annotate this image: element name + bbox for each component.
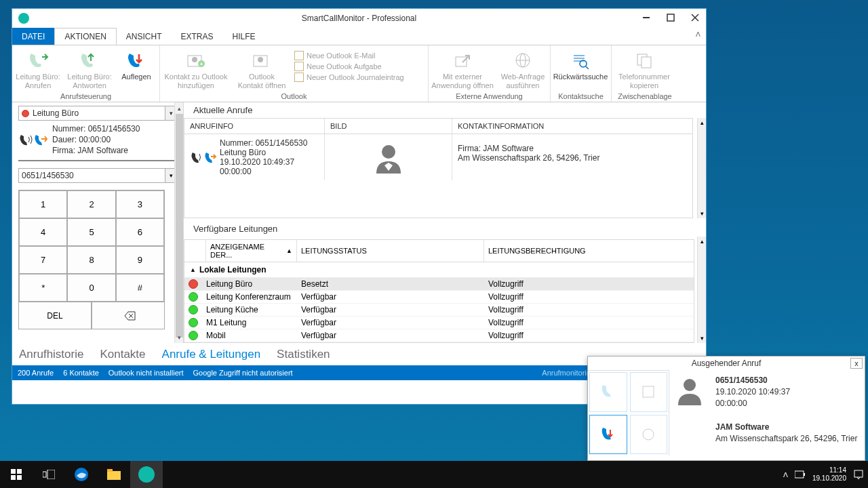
close-button[interactable] [687,10,703,25]
call-button[interactable]: Leitung Büro: Anrufen [12,48,64,90]
keypad-1[interactable]: 1 [19,190,67,218]
line-permission: Vollzugriff [484,305,694,314]
copy-phone-button[interactable]: Telefonnummer kopieren [612,48,677,90]
svg-rect-10 [456,57,467,66]
popup-action-grid [588,370,669,455]
scroll-thumb[interactable] [176,114,183,338]
calls-scrollbar[interactable]: ▴ ▾ [697,118,706,218]
popup-action-2[interactable] [630,372,668,412]
keypad-backspace[interactable] [92,302,165,329]
available-lines-title: Verfügbare Leitungen [184,218,706,237]
web-request-button[interactable]: Web-Anfrage ausführen [496,48,549,90]
tab-ansicht[interactable]: ANSICHT [117,28,172,45]
popup-action-1[interactable] [589,372,627,412]
add-outlook-contact-button[interactable]: + Kontakt zu Outlook hinzufügen [160,48,232,90]
keypad-4[interactable]: 4 [19,218,67,246]
lines-group-header[interactable]: ▲ Lokale Leitungen [184,262,694,278]
svg-rect-32 [47,470,55,479]
new-outlook-journal-button[interactable]: Neuer Outlook Journaleintrag [294,73,404,82]
new-outlook-task-button[interactable]: Neue Outlook Aufgabe [294,62,404,71]
tray-date[interactable]: 19.10.2020 [812,474,846,483]
table-row[interactable]: Leitung KücheVerfügbarVollzugriff [184,304,694,317]
scroll-up-icon[interactable]: ▴ [175,102,183,114]
dial-input[interactable]: 0651/1456530 ▾ [18,168,177,183]
titlebar: SmartCallMonitor - Professional [12,9,706,28]
phone-wave-icon [18,133,33,148]
svg-point-5 [192,57,197,62]
col-anzeigename[interactable]: ANZEIGENAME DER... ▲ [206,240,297,262]
app-taskbar-button[interactable] [130,461,163,488]
edge-button[interactable] [65,461,98,488]
group-zwischenablage-label: Zwischenablage [612,92,678,102]
keypad-3[interactable]: 3 [116,190,164,218]
tray-time[interactable]: 11:14 [812,466,846,474]
line-status: Verfügbar [297,331,484,340]
col-anrufinfo[interactable]: ANRUFINFO [184,119,325,134]
tab-datei[interactable]: DATEI [12,28,54,45]
col-leitungsstatus[interactable]: LEITUNGSSTATUS [297,240,484,262]
keypad-2[interactable]: 2 [67,190,115,218]
collapse-ribbon-icon[interactable]: ᐱ [696,30,701,38]
keypad-5[interactable]: 5 [67,218,115,246]
popup-title: Ausgehender Anruf x [588,357,865,370]
taskview-button[interactable] [33,461,65,488]
start-button[interactable] [0,461,33,488]
table-row[interactable]: Leitung KonferenzraumVerfügbarVollzugrif… [184,291,694,304]
explorer-button[interactable] [98,461,130,488]
group-anrufsteuerung-label: Anrufsteuerung [12,92,159,102]
keypad-del[interactable]: DEL [18,302,92,329]
scroll-down-icon[interactable]: ▾ [175,331,183,343]
tab-kontakte[interactable]: Kontakte [100,348,145,361]
line-status: Verfügbar [297,292,484,302]
collapse-triangle-icon: ▲ [190,266,196,273]
keypad-9[interactable]: 9 [116,246,164,274]
lines-scrollbar[interactable]: ▴ ▾ [697,237,706,343]
tray-chevron-icon[interactable]: ᐱ [783,471,788,479]
reverse-search-button[interactable]: Rückwärtssuche [551,48,610,81]
table-row[interactable]: Leitung BüroBesetztVollzugriff [184,278,694,291]
col-kontakt[interactable]: KONTAKTINFORMATION [452,119,692,134]
popup-close-button[interactable]: x [850,358,863,369]
minimize-button[interactable] [638,10,654,25]
keypad-8[interactable]: 8 [67,246,115,274]
tab-anrufhistorie[interactable]: Anrufhistorie [19,348,83,361]
answer-button[interactable]: Leitung Büro: Antworten [64,48,115,90]
phone-wave-icon [190,150,203,164]
line-permission: Vollzugriff [484,279,694,289]
col-bild[interactable]: BILD [325,119,452,134]
tab-statistiken[interactable]: Statistiken [277,348,330,361]
keypad-0[interactable]: 0 [67,274,115,302]
table-row[interactable]: Nummer: 0651/1456530 Leitung Büro 19.10.… [184,134,692,180]
open-outlook-contact-button[interactable]: Outlook Kontakt öffnen [232,48,292,90]
popup-action-4[interactable] [630,415,668,455]
maximize-button[interactable] [663,10,679,25]
ribbon: Leitung Büro: Anrufen Leitung Büro: Antw… [12,45,706,102]
tray-battery-icon[interactable] [795,470,806,479]
table-row[interactable]: M1 LeitungVerfügbarVollzugriff [184,317,694,329]
lines-table: ANZEIGENAME DER... ▲ LEITUNGSSTATUS LEIT… [184,239,694,343]
tab-hilfe[interactable]: HILFE [222,28,264,45]
new-outlook-email-button[interactable]: Neue Outlook E-Mail [294,51,404,60]
keypad-hash[interactable]: # [116,274,164,302]
keypad-star[interactable]: * [19,274,67,302]
taskbar: ᐱ 11:14 19.10.2020 [0,461,868,488]
tab-extras[interactable]: EXTRAS [171,28,222,45]
keypad-7[interactable]: 7 [19,246,67,274]
tray-notifications-icon[interactable] [853,469,864,480]
keypad-6[interactable]: 6 [116,218,164,246]
left-scrollbar[interactable]: ▴ ▾ [174,102,183,343]
table-row[interactable]: MobilVerfügbarVollzugriff [184,329,694,342]
dial-input-value: 0651/1456530 [19,171,165,180]
popup-action-hangup[interactable] [589,415,627,455]
svg-rect-29 [11,475,16,480]
tab-aktionen[interactable]: AKTIONEN [54,28,116,45]
line-select-dropdown[interactable]: Leitung Büro ▾ [18,106,177,121]
open-external-button[interactable]: Mit externer Anwendung öffnen [429,48,496,90]
line-name: Leitung Konferenzraum [202,292,297,302]
col-berechtigung[interactable]: LEITUNGSBERECHTIGUNG [484,240,694,262]
tab-anrufe-leitungen[interactable]: Anrufe & Leitungen [162,348,261,361]
hangup-button[interactable]: Auflegen [115,48,157,81]
contact-open-icon [251,49,273,71]
window-title: SmartCallMonitor - Professional [302,14,416,23]
main-window: SmartCallMonitor - Professional DATEI AK… [12,8,707,405]
